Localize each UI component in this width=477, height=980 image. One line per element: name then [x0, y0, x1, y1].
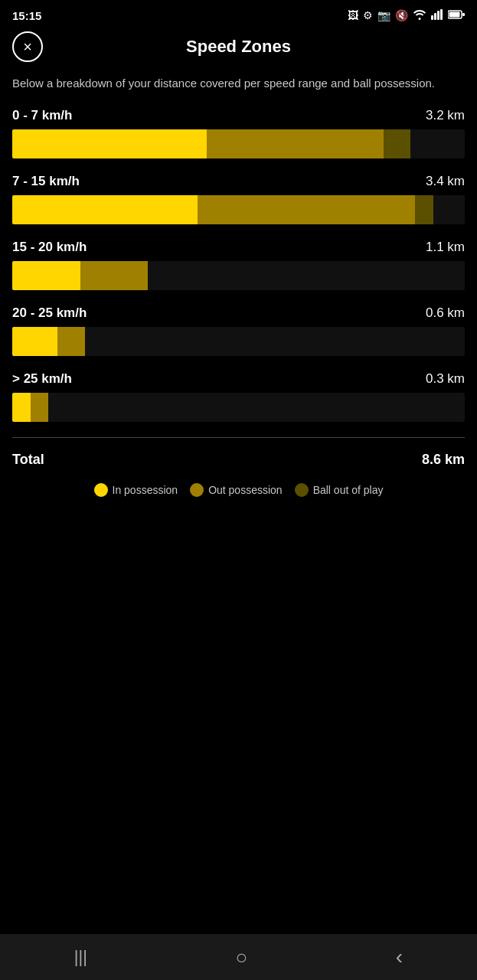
- bar-out: [198, 195, 415, 224]
- zone-row-1: 7 - 15 km/h 3.4 km: [12, 174, 465, 224]
- status-bar: 15:15 🖼 ⚙ 📷 🔇: [0, 0, 477, 31]
- legend-item-out: Out possession: [190, 483, 283, 497]
- zone-header: 0 - 7 km/h 3.2 km: [12, 108, 465, 123]
- zone-label: 15 - 20 km/h: [12, 240, 87, 255]
- zone-value: 0.6 km: [426, 305, 465, 321]
- zone-row-0: 0 - 7 km/h 3.2 km: [12, 108, 465, 158]
- svg-rect-6: [462, 13, 465, 16]
- bar-possession: [12, 195, 198, 224]
- svg-rect-5: [449, 12, 460, 18]
- zone-bar: [12, 327, 465, 356]
- total-label: Total: [12, 452, 44, 468]
- zone-header: > 25 km/h 0.3 km: [12, 371, 465, 387]
- zone-header: 7 - 15 km/h 3.4 km: [12, 174, 465, 189]
- zone-value: 3.4 km: [426, 174, 465, 189]
- legend: In possession Out possession Ball out of…: [12, 483, 465, 497]
- zone-label: 20 - 25 km/h: [12, 305, 87, 321]
- zone-row-4: > 25 km/h 0.3 km: [12, 371, 465, 422]
- divider: [12, 437, 465, 438]
- zones-container: 0 - 7 km/h 3.2 km 7 - 15 km/h 3.4 km 15 …: [12, 108, 465, 422]
- zone-header: 20 - 25 km/h 0.6 km: [12, 305, 465, 321]
- zone-value: 3.2 km: [426, 108, 465, 123]
- settings-icon: ⚙: [363, 9, 373, 21]
- legend-dot-ballout: [295, 483, 309, 497]
- svg-rect-1: [434, 13, 436, 20]
- zone-bar: [12, 195, 465, 224]
- svg-rect-3: [440, 9, 443, 20]
- main-content: Below a breakdown of your distance cover…: [0, 69, 477, 509]
- close-button[interactable]: ×: [12, 31, 43, 62]
- bar-out: [207, 129, 383, 158]
- total-value: 8.6 km: [422, 452, 465, 468]
- legend-dot-possession: [94, 483, 108, 497]
- legend-item-possession: In possession: [94, 483, 178, 497]
- svg-rect-0: [431, 15, 433, 20]
- legend-item-ballout: Ball out of play: [295, 483, 384, 497]
- mute-icon: 🔇: [395, 9, 408, 21]
- zone-bar: [12, 393, 465, 422]
- bar-possession: [12, 129, 207, 158]
- bar-possession: [12, 393, 31, 422]
- wifi-icon: [413, 9, 426, 22]
- bar-ballout: [384, 129, 410, 158]
- nav-back-icon[interactable]: ‹: [396, 945, 403, 969]
- legend-dot-out: [190, 483, 204, 497]
- nav-bar: ||| ○ ‹: [0, 934, 477, 980]
- bar-out: [57, 327, 84, 356]
- zone-row-2: 15 - 20 km/h 1.1 km: [12, 240, 465, 290]
- zone-row-3: 20 - 25 km/h 0.6 km: [12, 305, 465, 356]
- bar-out: [80, 261, 149, 290]
- nav-home-icon[interactable]: ○: [236, 946, 248, 969]
- total-row: Total 8.6 km: [12, 446, 465, 474]
- legend-label-ballout: Ball out of play: [313, 484, 384, 496]
- bar-out: [31, 393, 49, 422]
- zone-label: 7 - 15 km/h: [12, 174, 80, 189]
- camera-icon: 📷: [377, 9, 390, 21]
- bar-possession: [12, 261, 80, 290]
- zone-label: 0 - 7 km/h: [12, 108, 72, 123]
- legend-label-out: Out possession: [208, 484, 283, 496]
- description-text: Below a breakdown of your distance cover…: [12, 75, 465, 93]
- status-time: 15:15: [12, 9, 41, 22]
- legend-label-possession: In possession: [113, 484, 178, 496]
- bar-ballout: [415, 195, 433, 224]
- zone-label: > 25 km/h: [12, 371, 72, 387]
- zone-header: 15 - 20 km/h 1.1 km: [12, 240, 465, 255]
- page-title: Speed Zones: [186, 37, 291, 57]
- signal-icon: [431, 9, 443, 22]
- zone-bar: [12, 129, 465, 158]
- zone-value: 0.3 km: [426, 371, 465, 387]
- bar-possession: [12, 327, 57, 356]
- header: × Speed Zones: [0, 31, 477, 69]
- image-icon: 🖼: [348, 9, 358, 21]
- zone-bar: [12, 261, 465, 290]
- battery-icon: [448, 9, 465, 21]
- status-icons: 🖼 ⚙ 📷 🔇: [348, 9, 465, 22]
- zone-value: 1.1 km: [426, 240, 465, 255]
- nav-menu-icon[interactable]: |||: [74, 947, 87, 967]
- svg-rect-2: [437, 11, 439, 20]
